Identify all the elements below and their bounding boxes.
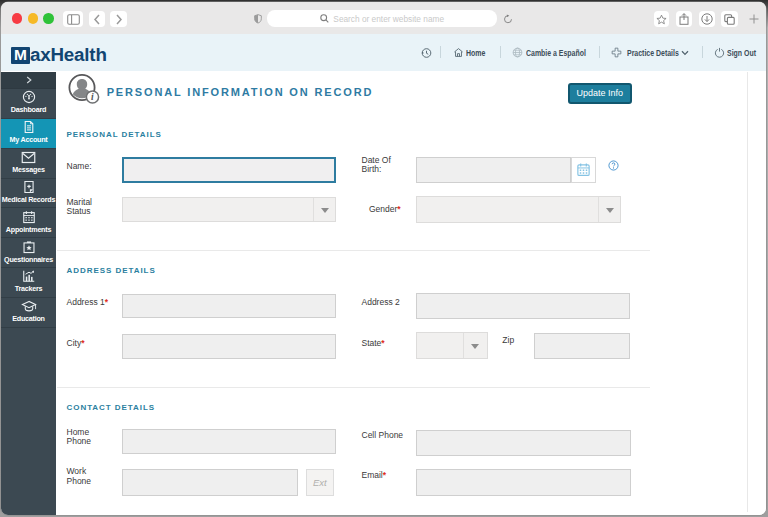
- svg-text:i: i: [91, 92, 94, 102]
